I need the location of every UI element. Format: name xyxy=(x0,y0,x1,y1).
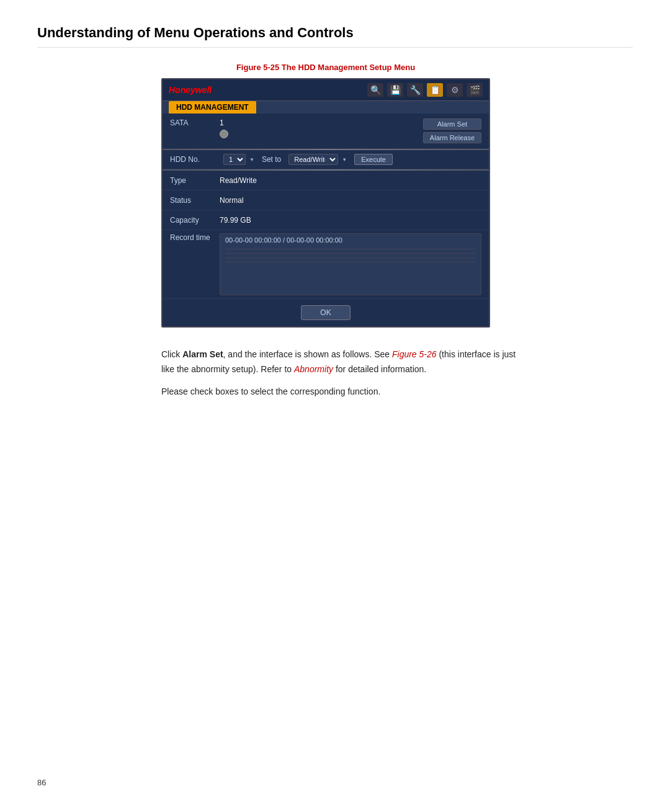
dvr-content: SATA 1 Alarm Set Alarm Release xyxy=(163,114,489,326)
figure-container: Figure 5-25 The HDD Management Setup Men… xyxy=(161,63,490,328)
sata-circle xyxy=(220,130,228,138)
record-icon[interactable]: 🎬 xyxy=(467,83,483,97)
settings-icon[interactable]: ⚙ xyxy=(447,83,463,97)
body-paragraph-1: Click Alarm Set, and the interface is sh… xyxy=(161,347,521,377)
hdd-mode-dropdown-arrow: ▼ xyxy=(342,157,347,163)
abnormity-link[interactable]: Abnormity xyxy=(294,364,333,374)
tools-icon[interactable]: 🔧 xyxy=(407,83,423,97)
dvr-header: Honeywell 🔍 💾 🔧 📋 ⚙ 🎬 xyxy=(163,79,489,101)
dvr-right-buttons: Alarm Set Alarm Release xyxy=(423,118,481,143)
hdd-no-label: HDD No. xyxy=(170,155,220,164)
ok-button[interactable]: OK xyxy=(301,305,350,320)
ok-row: OK xyxy=(163,299,489,326)
alarm-set-reference: Alarm Set xyxy=(182,349,223,359)
hdd-no-row: HDD No. 1 ▼ Set to Read/Write ▼ Execute xyxy=(163,150,489,169)
sata-indicator xyxy=(220,130,228,138)
record-line-2 xyxy=(225,253,476,254)
record-line-3 xyxy=(225,257,476,258)
record-time-value: 00-00-00 00:00:00 / 00-00-00 00:00:00 xyxy=(225,236,342,244)
record-line-4 xyxy=(225,262,476,262)
body-text-post2: for detailed information. xyxy=(333,364,426,374)
sata-row: SATA 1 Alarm Set Alarm Release xyxy=(163,114,489,149)
sata-num-area: 1 xyxy=(220,118,228,138)
figure-caption: Figure 5-25 The HDD Management Setup Men… xyxy=(236,63,415,72)
set-to-label: Set to xyxy=(262,155,281,164)
sata-label: SATA xyxy=(170,118,220,127)
sata-number: 1 xyxy=(220,118,228,127)
status-value: Normal xyxy=(220,196,481,205)
body-text-mid: , and the interface is shown as follows.… xyxy=(223,349,392,359)
record-time-label: Record time xyxy=(170,233,220,242)
dvr-icons: 🔍 💾 🔧 📋 ⚙ 🎬 xyxy=(367,83,483,97)
execute-button[interactable]: Execute xyxy=(354,154,393,165)
capacity-value: 79.99 GB xyxy=(220,216,481,225)
record-time-row: Record time 00-00-00 00:00:00 / 00-00-00… xyxy=(163,230,489,299)
hdd-icon[interactable]: 📋 xyxy=(427,83,443,97)
dvr-tab-bar: HDD MANAGEMENT xyxy=(163,101,489,114)
record-line-1 xyxy=(225,249,476,249)
capacity-label: Capacity xyxy=(170,216,220,225)
dvr-panel: Honeywell 🔍 💾 🔧 📋 ⚙ 🎬 HDD MANAGEMENT xyxy=(161,78,490,328)
hdd-mode-select[interactable]: Read/Write xyxy=(288,154,338,165)
status-label: Status xyxy=(170,196,220,205)
type-row: Type Read/Write xyxy=(163,171,489,190)
body-paragraph-2: Please check boxes to select the corresp… xyxy=(161,385,380,399)
capacity-row: Capacity 79.99 GB xyxy=(163,210,489,230)
status-row: Status Normal xyxy=(163,190,489,210)
body-text-pre: Click xyxy=(161,349,182,359)
search-icon[interactable]: 🔍 xyxy=(367,83,383,97)
page-number: 86 xyxy=(37,778,46,787)
page-title: Understanding of Menu Operations and Con… xyxy=(37,25,633,48)
hdd-no-select[interactable]: 1 xyxy=(223,154,246,165)
hdd-no-dropdown-arrow: ▼ xyxy=(249,157,254,163)
dvr-logo: Honeywell xyxy=(169,85,212,95)
alarm-release-button[interactable]: Alarm Release xyxy=(423,132,481,143)
record-time-area: 00-00-00 00:00:00 / 00-00-00 00:00:00 xyxy=(220,233,481,295)
hdd-management-tab[interactable]: HDD MANAGEMENT xyxy=(169,101,256,114)
figure-5-26-link[interactable]: Figure 5-26 xyxy=(392,349,437,359)
type-value: Read/Write xyxy=(220,176,481,185)
type-label: Type xyxy=(170,176,220,185)
save-icon[interactable]: 💾 xyxy=(387,83,403,97)
alarm-set-button[interactable]: Alarm Set xyxy=(423,118,481,130)
